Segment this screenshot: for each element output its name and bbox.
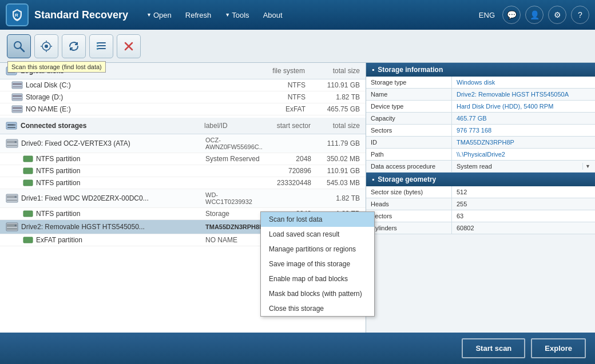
drive0-part2[interactable]: NTFS partition 720896 110.91 GB — [0, 165, 366, 177]
drive0-part2-ts: 110.91 GB — [314, 167, 360, 175]
disk-c-fs: NTFS — [260, 81, 306, 89]
svg-rect-24 — [13, 95, 22, 97]
geometry-value: 60802 — [452, 222, 595, 234]
storage-info-title: Storage information — [378, 66, 443, 74]
storage-geometry-title: Storage geometry — [378, 175, 436, 183]
disk-e[interactable]: NO NAME (E:) ExFAT 465.75 GB — [0, 103, 366, 115]
scan-tooltip: Scan this storage (find lost data) — [7, 61, 106, 73]
disk-c-label: Local Disk (C:) — [26, 81, 257, 89]
svg-rect-37 — [23, 156, 33, 162]
drive0[interactable]: Drive0: Fixed OCZ-VERTEX3 (ATA) OCZ-AWNZ… — [0, 134, 366, 153]
collapse-icon2: ▪ — [372, 175, 374, 183]
context-menu-item[interactable]: Load saved scan result — [261, 227, 374, 242]
header: R Standard Recovery ▼ Open Refresh ▼ Too… — [0, 0, 595, 30]
dropdown-arrow-icon[interactable]: ▼ — [582, 163, 593, 170]
info-value: 465.77 GB — [452, 113, 595, 124]
language-selector[interactable]: ENG — [479, 11, 495, 19]
drive2-part1-label: ExFAT partition — [36, 236, 203, 244]
svg-rect-31 — [7, 127, 15, 128]
user-icon-btn[interactable]: 👤 — [525, 6, 544, 24]
geometry-value: 512 — [452, 186, 595, 198]
view-button[interactable] — [34, 34, 58, 58]
disk-d-label: Storage (D:) — [26, 93, 257, 101]
col-ss-header: start sector — [265, 122, 311, 130]
geometry-value: 63 — [452, 210, 595, 222]
tools-arrow-icon: ▼ — [225, 12, 230, 18]
context-menu-item[interactable]: Close this storage — [261, 301, 374, 316]
menu-about[interactable]: About — [256, 7, 289, 23]
info-label: Device type — [366, 101, 452, 112]
toolbar: Scan this storage (find lost data) — [0, 30, 595, 63]
geometry-label: Cylinders — [366, 222, 452, 234]
drive1-lid: WD-WCC1T0239932 — [205, 191, 263, 205]
col-fs-header: file system — [259, 67, 305, 75]
context-menu-item[interactable]: Mask bad blocks (with pattern) — [261, 286, 374, 301]
storage-info-row: Sectors976 773 168 — [366, 125, 595, 137]
app-logo: R — [6, 3, 29, 26]
svg-rect-13 — [97, 45, 98, 47]
storage-info-row: Capacity465.77 GB — [366, 113, 595, 125]
svg-text:R: R — [15, 13, 18, 18]
disk-d[interactable]: Storage (D:) NTFS 1.82 TB — [0, 91, 366, 103]
list-view-button[interactable] — [89, 34, 113, 58]
drive0-part2-ss: 720896 — [265, 167, 311, 175]
header-right: ENG 💬 👤 ⚙ ? — [479, 6, 589, 24]
drive0-label: Drive0: Fixed OCZ-VERTEX3 (ATA) — [21, 139, 203, 147]
menu-tools[interactable]: ▼ Tools — [218, 7, 256, 23]
start-scan-button[interactable]: Start scan — [462, 338, 525, 358]
drive0-part1[interactable]: NTFS partition System Reserved 2048 350.… — [0, 153, 366, 165]
svg-line-2 — [21, 48, 24, 51]
disk-c[interactable]: Local Disk (C:) NTFS 110.91 GB — [0, 79, 366, 91]
info-label: Sectors — [366, 125, 452, 136]
info-label: ID — [366, 137, 452, 148]
info-label: Data access procedure — [366, 161, 452, 172]
col-lid-header: label/ID — [204, 122, 261, 130]
col-ts2-header: total size — [314, 122, 360, 130]
close-button[interactable] — [117, 34, 141, 58]
info-label: Path — [366, 149, 452, 160]
disk-e-fs: ExFAT — [260, 105, 306, 113]
scan-button[interactable]: Scan this storage (find lost data) — [7, 34, 31, 58]
menu-bar: ▼ Open Refresh ▼ Tools About — [140, 7, 289, 23]
svg-rect-27 — [13, 107, 22, 109]
drive0-part3[interactable]: NTFS partition 233320448 545.03 MB — [0, 177, 366, 189]
storage-geometry-header: ▪ Storage geometry — [366, 173, 595, 186]
storage-geometry-rows: Sector size (bytes)512Heads255Sectors63C… — [366, 186, 595, 234]
drive1-label: Drive1: Fixed WDC WD20EZRX-00DC0... — [21, 194, 203, 202]
drive2-label: Drive2: Removable HGST HTS545050... — [21, 223, 203, 231]
context-menu-item[interactable]: Enable map of bad blocks — [261, 271, 374, 286]
info-label: Storage type — [366, 77, 452, 88]
chat-icon-btn[interactable]: 💬 — [502, 6, 521, 24]
storage-info-row: Path\\.\PhysicalDrive2 — [366, 149, 595, 161]
explore-button[interactable]: Explore — [531, 338, 586, 358]
context-menu-item[interactable]: Save image of this storage — [261, 257, 374, 271]
context-menu-item[interactable]: Manage partitions or regions — [261, 242, 374, 257]
drive1-ts: 1.82 TB — [314, 194, 360, 202]
settings-icon-btn[interactable]: ⚙ — [548, 6, 566, 24]
geometry-label: Sectors — [366, 210, 452, 222]
drive2-part1-lid: NO NAME — [205, 236, 263, 244]
menu-refresh[interactable]: Refresh — [178, 7, 219, 23]
svg-point-47 — [15, 225, 17, 226]
drive0-part3-label: NTFS partition — [36, 179, 203, 187]
disk-c-size: 110.91 GB — [308, 81, 360, 89]
drive1[interactable]: Drive1: Fixed WDC WD20EZRX-00DC0... WD-W… — [0, 189, 366, 208]
menu-open[interactable]: ▼ Open — [140, 7, 178, 23]
help-icon-btn[interactable]: ? — [571, 6, 589, 24]
drive0-part3-ss: 233320448 — [265, 179, 311, 187]
connected-storages-header: Connected storages label/ID start sector… — [0, 118, 366, 134]
info-label: Name — [366, 89, 452, 100]
open-arrow-icon: ▼ — [146, 12, 152, 18]
geometry-label: Heads — [366, 198, 452, 210]
storage-geometry-row: Heads255 — [366, 198, 595, 210]
storage-info-row: Storage typeWindows disk — [366, 77, 595, 89]
svg-point-35 — [15, 141, 17, 143]
geometry-value: 255 — [452, 198, 595, 210]
context-menu-item[interactable]: Scan for lost data — [261, 212, 374, 227]
drive0-part1-ts: 350.02 MB — [314, 155, 360, 163]
svg-rect-12 — [97, 42, 98, 44]
svg-rect-21 — [13, 83, 22, 85]
svg-rect-14 — [97, 48, 98, 50]
info-value: Windows disk — [452, 77, 595, 88]
refresh-button[interactable] — [62, 34, 86, 58]
